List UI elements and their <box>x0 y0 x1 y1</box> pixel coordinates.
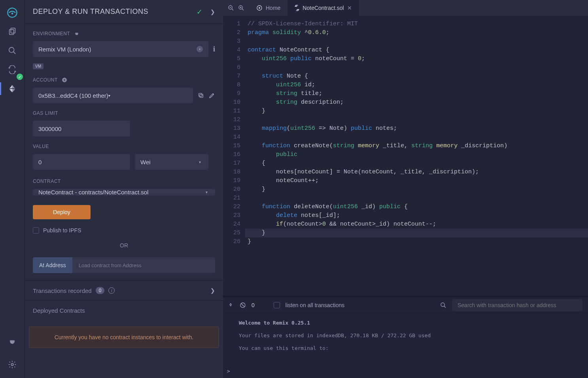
plug-icon <box>74 31 79 36</box>
gaslimit-input[interactable] <box>33 121 130 137</box>
listen-label: listen on all transactions <box>285 302 344 308</box>
account-select[interactable]: 0x5B3...eddC4 (100 ether) ▾ <box>33 87 193 103</box>
svg-line-28 <box>241 304 244 307</box>
line-gutter: 1234567891011121314151617181920212223242… <box>223 16 245 296</box>
zoom-out-icon[interactable] <box>228 5 234 11</box>
svg-line-18 <box>242 9 244 10</box>
svg-rect-2 <box>9 30 14 35</box>
chevron-down-icon: ▾ <box>108 93 110 98</box>
terminal-prompt: > <box>227 367 230 376</box>
status-check-icon: ✓ <box>197 8 202 16</box>
svg-rect-3 <box>11 28 15 33</box>
copy-account-icon[interactable] <box>198 92 204 99</box>
svg-rect-12 <box>200 94 203 97</box>
plugin-icon[interactable] <box>0 332 25 351</box>
search-icon[interactable] <box>0 41 25 60</box>
settings-icon[interactable] <box>0 355 25 374</box>
pending-count: 0 <box>251 302 255 308</box>
value-label: VALUE <box>33 144 215 149</box>
svg-point-10 <box>11 363 13 366</box>
close-tab-icon[interactable]: ✕ <box>347 5 352 11</box>
deploy-panel: DEPLOY & RUN TRANSACTIONS ✓ ❯ ENVIRONMEN… <box>25 0 223 378</box>
add-account-icon[interactable] <box>62 77 67 83</box>
chevron-down-icon: ▾ <box>203 189 210 196</box>
contract-select[interactable]: NoteContract - contracts/NoteContract.so… <box>33 189 215 196</box>
collapse-terminal-icon[interactable] <box>229 302 234 308</box>
compiler-icon[interactable]: ✓ <box>0 60 25 79</box>
logo-icon[interactable] <box>0 3 25 22</box>
vm-badge: VM <box>33 63 43 69</box>
terminal-usage-line: You can use this terminal to: <box>239 344 572 353</box>
svg-point-4 <box>9 47 14 53</box>
environment-info-icon[interactable]: i <box>213 45 215 53</box>
contract-label: CONTRACT <box>33 179 215 184</box>
terminal-output[interactable]: Welcome to Remix 0.25.1 Your files are s… <box>223 313 588 378</box>
publish-ipfs-label: Publish to IPFS <box>43 227 81 234</box>
tab-file-label: NoteContract.sol <box>303 5 344 11</box>
svg-marker-6 <box>9 85 12 89</box>
panel-expand-icon[interactable]: ❯ <box>210 9 215 15</box>
at-address-button[interactable]: At Address <box>33 257 72 273</box>
svg-point-29 <box>441 303 444 306</box>
terminal-storage-line: Your files are stored in indexedDB, 270.… <box>239 331 572 340</box>
icon-bar: ✓ <box>0 0 25 378</box>
tab-home[interactable]: Home <box>249 0 287 16</box>
svg-point-22 <box>259 7 260 9</box>
tab-file[interactable]: NoteContract.sol ✕ <box>287 0 359 16</box>
svg-line-15 <box>232 9 233 10</box>
terminal-search-input[interactable] <box>452 299 582 311</box>
account-label: ACCOUNT <box>33 77 58 83</box>
svg-marker-8 <box>9 89 12 92</box>
edit-account-icon[interactable] <box>209 92 215 99</box>
value-unit-select[interactable]: Wei ▾ <box>135 154 208 170</box>
account-value: 0x5B3...eddC4 (100 ether) <box>38 92 108 99</box>
tab-home-label: Home <box>266 5 280 11</box>
svg-point-1 <box>11 13 13 15</box>
terminal-search-icon[interactable] <box>440 302 446 308</box>
terminal-toolbar: 0 listen on all transactions <box>223 297 588 313</box>
contract-value: NoteContract - contracts/NoteContract.so… <box>38 189 148 196</box>
code-area[interactable]: // SPDX-License-Identifier: MITpragma so… <box>245 16 588 296</box>
at-address-placeholder: Load contract from Address <box>72 262 148 268</box>
solidity-icon <box>295 5 299 11</box>
deployed-contracts-section: Deployed Contracts <box>25 301 223 320</box>
zoom-in-icon[interactable] <box>238 5 244 11</box>
transactions-count: 0 <box>96 287 105 294</box>
deploy-button[interactable]: Deploy <box>33 205 91 219</box>
code-editor[interactable]: 1234567891011121314151617181920212223242… <box>223 16 588 296</box>
or-text: OR <box>33 242 215 249</box>
panel-title: DEPLOY & RUN TRANSACTIONS <box>33 8 197 16</box>
chevron-down-icon: ▾ <box>197 46 203 52</box>
chevron-down-icon: ▾ <box>197 159 203 165</box>
panel-header: DEPLOY & RUN TRANSACTIONS ✓ ❯ <box>25 0 223 24</box>
clear-terminal-icon[interactable] <box>240 302 246 308</box>
terminal: 0 listen on all transactions Welcome to … <box>223 297 588 378</box>
publish-ipfs-checkbox[interactable] <box>33 227 39 234</box>
main-area: Home NoteContract.sol ✕ 1234567891011121… <box>223 0 588 378</box>
listen-checkbox[interactable] <box>274 302 280 308</box>
no-contract-message: Currently you have no contract instances… <box>29 327 219 348</box>
environment-label: ENVIRONMENT <box>33 31 70 36</box>
value-input[interactable] <box>33 154 130 170</box>
svg-line-5 <box>13 52 16 54</box>
terminal-welcome: Welcome to Remix 0.25.1 <box>239 319 572 327</box>
info-icon[interactable]: i <box>108 287 115 294</box>
transactions-recorded-section[interactable]: Transactions recorded 0 i ❯ <box>25 281 223 301</box>
deploy-icon[interactable] <box>0 79 25 98</box>
environment-select[interactable]: Remix VM (London) ▾ <box>33 41 208 57</box>
files-icon[interactable] <box>0 22 25 41</box>
tab-bar: Home NoteContract.sol ✕ <box>223 0 588 16</box>
chevron-right-icon: ❯ <box>210 287 215 294</box>
transactions-recorded-label: Transactions recorded <box>33 287 92 294</box>
remix-icon <box>256 5 263 11</box>
deployed-contracts-label: Deployed Contracts <box>33 307 85 314</box>
svg-line-30 <box>444 306 446 308</box>
svg-rect-13 <box>199 93 202 97</box>
environment-value: Remix VM (London) <box>38 46 91 53</box>
svg-marker-7 <box>12 85 15 89</box>
value-unit: Wei <box>140 159 151 165</box>
svg-marker-9 <box>12 89 15 92</box>
gaslimit-label: GAS LIMIT <box>33 110 215 116</box>
